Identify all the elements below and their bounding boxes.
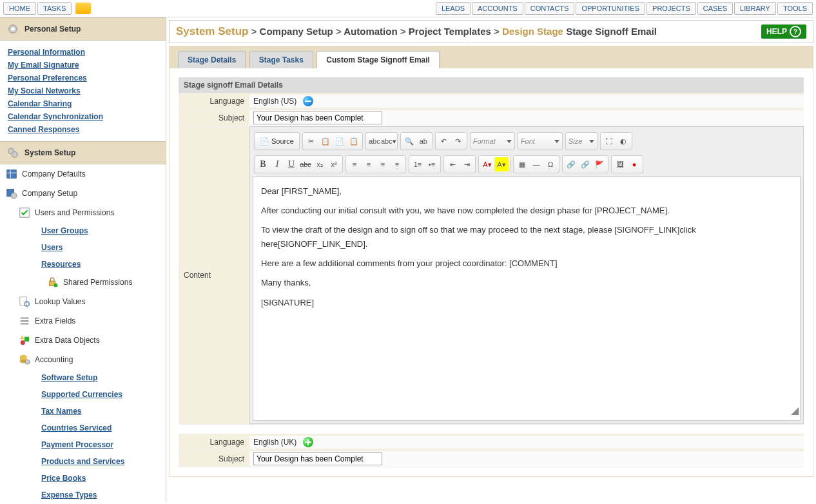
editor-body[interactable]: Dear [FIRST_NAME], After conducting our … (253, 176, 801, 421)
tab-custom-signoff-email[interactable]: Custom Stage Signoff Email (316, 51, 440, 68)
add-language-icon[interactable] (303, 437, 313, 447)
crumb-project-templates[interactable]: Project Templates (409, 26, 491, 37)
language-us-text: English (US) (253, 97, 296, 106)
system-setup-header[interactable]: System Setup (0, 141, 166, 164)
text-color-icon[interactable]: A▾ (480, 157, 494, 171)
indent-icon[interactable]: ⇥ (460, 157, 474, 171)
paste-word-icon[interactable]: 📋 (347, 134, 361, 148)
bg-color-icon[interactable]: A▾ (494, 157, 509, 171)
tree-extra-fields[interactable]: Extra Fields (0, 311, 166, 331)
nav-leads[interactable]: LEADS (436, 2, 471, 15)
superscript-icon[interactable]: x² (327, 157, 341, 171)
link-resources[interactable]: Resources (41, 260, 81, 269)
link-canned-responses[interactable]: Canned Responses (8, 123, 158, 136)
link-software-setup[interactable]: Software Setup (41, 373, 97, 382)
flash-icon[interactable]: ● (627, 157, 641, 171)
special-char-icon[interactable]: Ω (543, 157, 558, 171)
crumb-root[interactable]: System Setup (176, 25, 248, 37)
nav-contacts[interactable]: CONTACTS (525, 2, 575, 15)
link-supported-currencies[interactable]: Supported Currencies (41, 390, 122, 399)
link-expense-types[interactable]: Expense Types (41, 490, 97, 499)
undo-icon[interactable]: ↶ (437, 134, 451, 148)
tree-resources[interactable]: Resources (0, 256, 166, 273)
cut-icon[interactable]: ✂ (304, 134, 318, 148)
breadcrumb-bar: System Setup > Company Setup > Automatio… (169, 20, 813, 43)
replace-icon[interactable]: ab (416, 134, 431, 148)
nav-cases[interactable]: CASES (697, 2, 733, 15)
chat-icon[interactable] (75, 3, 91, 14)
eraser-icon[interactable]: ◐ (616, 134, 630, 148)
tree-users-permissions[interactable]: Users and Permissions (0, 203, 166, 222)
accounting-label: Accounting (35, 355, 73, 364)
bold-icon[interactable]: B (256, 157, 270, 171)
nav-home[interactable]: HOME (3, 2, 36, 15)
link-icon[interactable]: 🔗 (564, 157, 578, 171)
tree-company-setup[interactable]: Company Setup (0, 184, 166, 203)
tree-accounting[interactable]: Accounting (0, 350, 166, 369)
tree-users[interactable]: Users (0, 239, 166, 256)
spellcheck-toggle-icon[interactable]: abc▾ (382, 134, 396, 148)
copy-icon[interactable]: 📋 (318, 134, 333, 148)
tab-stage-tasks[interactable]: Stage Tasks (249, 51, 313, 68)
strike-icon[interactable]: abc (298, 157, 313, 171)
numbered-list-icon[interactable]: 1≡ (411, 157, 425, 171)
personal-setup-header[interactable]: Personal Setup (0, 17, 166, 41)
italic-icon[interactable]: I (270, 157, 284, 171)
link-social-networks[interactable]: My Social Networks (8, 84, 158, 97)
size-combo[interactable]: Size (565, 132, 597, 150)
image-icon[interactable]: 🖼 (613, 157, 627, 171)
paste-icon[interactable]: 📄 (333, 134, 347, 148)
crumb-automation[interactable]: Automation (344, 26, 397, 37)
nav-projects[interactable]: PROJECTS (646, 2, 696, 15)
outdent-icon[interactable]: ⇤ (445, 157, 460, 171)
redo-icon[interactable]: ↷ (451, 134, 465, 148)
link-users[interactable]: Users (41, 243, 63, 252)
link-personal-preferences[interactable]: Personal Preferences (8, 72, 158, 84)
source-button[interactable]: 📄 Source (256, 134, 298, 148)
align-justify-icon[interactable]: ≡ (390, 157, 404, 171)
link-tax-names[interactable]: Tax Names (41, 407, 81, 416)
nav-opportunities[interactable]: OPPORTUNITIES (576, 2, 645, 15)
tree-extra-data-objects[interactable]: Extra Data Objects (0, 331, 166, 350)
link-calendar-sharing[interactable]: Calendar Sharing (8, 97, 158, 110)
link-user-groups[interactable]: User Groups (41, 226, 88, 235)
underline-icon[interactable]: U (284, 157, 298, 171)
unlink-icon[interactable]: 🔗 (578, 157, 592, 171)
nav-tools[interactable]: TOOLS (777, 2, 813, 15)
help-button[interactable]: HELP (761, 24, 806, 39)
align-left-icon[interactable]: ≡ (347, 157, 362, 171)
font-combo[interactable]: Font (518, 132, 563, 150)
tree-company-defaults[interactable]: Company Defaults (0, 164, 166, 184)
crumb-design-stage[interactable]: Design Stage (502, 26, 563, 37)
maximize-icon[interactable]: ⛶ (602, 134, 616, 148)
link-calendar-sync[interactable]: Calendar Synchronization (8, 110, 158, 123)
link-countries-serviced[interactable]: Countries Serviced (41, 423, 112, 432)
find-icon[interactable]: 🔍 (402, 134, 416, 148)
bullet-list-icon[interactable]: •≡ (425, 157, 439, 171)
subscript-icon[interactable]: x₂ (313, 157, 327, 171)
link-price-books[interactable]: Price Books (41, 474, 86, 483)
nav-tasks[interactable]: TASKS (37, 2, 72, 15)
link-personal-information[interactable]: Personal Information (8, 46, 158, 59)
nav-accounts[interactable]: ACCOUNTS (472, 2, 523, 15)
hr-icon[interactable]: — (529, 157, 543, 171)
format-combo[interactable]: Format (470, 132, 515, 150)
table-icon[interactable]: ▦ (515, 157, 529, 171)
align-center-icon[interactable]: ≡ (362, 157, 376, 171)
align-right-icon[interactable]: ≡ (376, 157, 390, 171)
expand-corner-icon[interactable]: ◢ (790, 400, 800, 420)
link-products-services[interactable]: Products and Services (41, 457, 124, 466)
subject-input[interactable] (253, 111, 382, 124)
spellcheck-icon[interactable]: abc (367, 134, 382, 148)
tree-shared-permissions[interactable]: Shared Permissions (0, 273, 166, 292)
subject-input-2[interactable] (253, 452, 382, 465)
anchor-icon[interactable]: 🚩 (592, 157, 607, 171)
crumb-company-setup[interactable]: Company Setup (260, 26, 333, 37)
tree-lookup-values[interactable]: Lookup Values (0, 292, 166, 311)
tab-stage-details[interactable]: Stage Details (178, 51, 246, 68)
remove-language-icon[interactable] (303, 96, 313, 106)
link-email-signature[interactable]: My Email Signature (8, 59, 158, 72)
tree-user-groups[interactable]: User Groups (0, 222, 166, 239)
nav-library[interactable]: LIBRARY (734, 2, 776, 15)
link-payment-processor[interactable]: Payment Processor (41, 440, 113, 449)
